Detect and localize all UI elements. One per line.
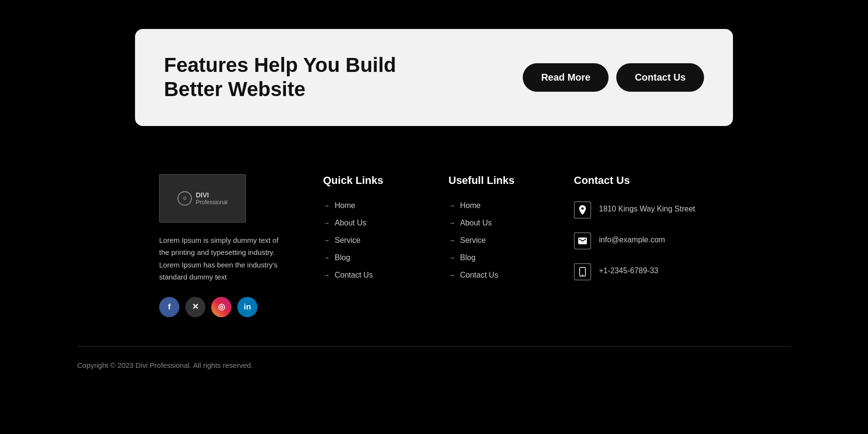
- arrow-icon: →: [323, 254, 330, 262]
- quick-link-about-label: About Us: [335, 219, 366, 227]
- banner-title: Features Help You Build Better Website: [164, 53, 453, 102]
- svg-rect-1: [582, 275, 583, 276]
- quick-link-contact-label: Contact Us: [335, 271, 373, 280]
- useful-link-about[interactable]: → About Us: [448, 219, 535, 227]
- read-more-button[interactable]: Read More: [523, 63, 609, 92]
- logo-subtitle: Professional: [196, 199, 228, 206]
- contact-us-button[interactable]: Contact Us: [616, 63, 704, 92]
- social-x-icon[interactable]: ✕: [185, 297, 205, 317]
- arrow-icon: →: [323, 271, 330, 279]
- logo-circle-icon: ⊙: [177, 191, 192, 206]
- useful-links-title: Usefull Links: [448, 174, 535, 187]
- useful-links-column: Usefull Links → Home → About Us → Servic…: [448, 174, 535, 317]
- useful-link-blog[interactable]: → Blog: [448, 253, 535, 262]
- contact-email-item: info@example.com: [574, 232, 709, 250]
- arrow-icon: →: [448, 254, 455, 262]
- quick-link-home[interactable]: → Home: [323, 201, 410, 210]
- quick-link-about[interactable]: → About Us: [323, 219, 410, 227]
- social-icons: f ✕ ◎ in: [159, 297, 285, 317]
- useful-link-contact[interactable]: → Contact Us: [448, 271, 535, 280]
- logo-box: ⊙ DIVI Professional: [159, 174, 246, 223]
- location-icon: [574, 201, 591, 219]
- copyright-text: Copyright © 2023 Divi Professional. All …: [0, 347, 868, 384]
- footer-brand-column: ⊙ DIVI Professional Lorem Ipsum is simpl…: [159, 174, 285, 317]
- useful-link-about-label: About Us: [460, 219, 492, 227]
- arrow-icon: →: [323, 202, 330, 210]
- banner-section: Features Help You Build Better Website R…: [0, 0, 868, 145]
- quick-link-home-label: Home: [335, 201, 355, 210]
- arrow-icon: →: [323, 237, 330, 244]
- social-instagram-icon[interactable]: ◎: [211, 297, 231, 317]
- arrow-icon: →: [448, 202, 455, 210]
- contact-email: info@example.com: [599, 232, 665, 246]
- quick-link-blog[interactable]: → Blog: [323, 253, 410, 262]
- banner-buttons: Read More Contact Us: [523, 63, 704, 92]
- useful-link-service-label: Service: [460, 236, 486, 245]
- arrow-icon: →: [323, 219, 330, 227]
- quick-links-title: Quick Links: [323, 174, 410, 187]
- phone-icon: [574, 263, 591, 280]
- brand-description: Lorem Ipsum is simply dummy text of the …: [159, 234, 285, 283]
- arrow-icon: →: [448, 271, 455, 279]
- quick-link-service[interactable]: → Service: [323, 236, 410, 245]
- logo-brand-name: DIVI: [196, 191, 228, 199]
- quick-link-contact[interactable]: → Contact Us: [323, 271, 410, 280]
- email-icon: [574, 232, 591, 250]
- useful-link-home-label: Home: [460, 201, 481, 210]
- contact-title: Contact Us: [574, 174, 709, 187]
- useful-link-contact-label: Contact Us: [460, 271, 498, 280]
- quick-link-service-label: Service: [335, 236, 360, 245]
- contact-address-item: 1810 Kings Way King Street: [574, 201, 709, 219]
- logo-inner: ⊙ DIVI Professional: [177, 191, 228, 206]
- useful-link-blog-label: Blog: [460, 253, 475, 262]
- contact-phone: +1-2345-6789-33: [599, 263, 658, 277]
- contact-phone-item: +1-2345-6789-33: [574, 263, 709, 280]
- social-facebook-icon[interactable]: f: [159, 297, 179, 317]
- useful-link-service[interactable]: → Service: [448, 236, 535, 245]
- quick-link-blog-label: Blog: [335, 253, 350, 262]
- contact-column: Contact Us 1810 Kings Way King Street in…: [574, 174, 709, 317]
- logo-text: DIVI Professional: [196, 191, 228, 206]
- quick-links-column: Quick Links → Home → About Us → Service …: [323, 174, 410, 317]
- arrow-icon: →: [448, 219, 455, 227]
- banner-card: Features Help You Build Better Website R…: [135, 29, 733, 126]
- useful-link-home[interactable]: → Home: [448, 201, 535, 210]
- footer-content: ⊙ DIVI Professional Lorem Ipsum is simpl…: [0, 174, 868, 346]
- contact-address: 1810 Kings Way King Street: [599, 201, 695, 215]
- footer: ⊙ DIVI Professional Lorem Ipsum is simpl…: [0, 145, 868, 384]
- social-linkedin-icon[interactable]: in: [237, 297, 258, 317]
- arrow-icon: →: [448, 237, 455, 244]
